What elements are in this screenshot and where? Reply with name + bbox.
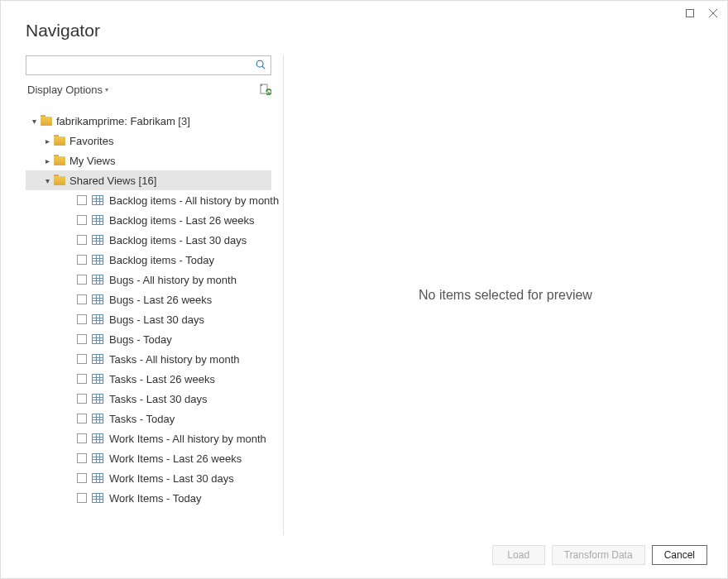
tree-leaf-item[interactable]: Work Items - Last 26 weeks <box>26 448 271 468</box>
table-icon <box>92 255 103 265</box>
tree-node-favorites[interactable]: ▸ Favorites <box>26 131 271 151</box>
table-icon <box>92 195 103 205</box>
preview-panel: No items selected for preview <box>284 55 727 535</box>
svg-rect-0 <box>687 10 694 17</box>
checkbox[interactable] <box>77 473 87 483</box>
table-icon <box>92 433 103 443</box>
table-icon <box>92 473 103 483</box>
folder-icon <box>54 156 65 165</box>
dialog-title: Navigator <box>1 1 727 55</box>
checkbox[interactable] <box>77 215 87 225</box>
folder-icon <box>54 136 65 146</box>
table-icon <box>92 235 103 245</box>
tree-leaf-label: Bugs - All history by month <box>109 274 237 286</box>
checkbox[interactable] <box>77 433 87 443</box>
table-icon <box>92 493 103 503</box>
tree-leaf-label: Backlog items - Today <box>109 254 214 266</box>
table-icon <box>92 215 103 225</box>
expander-icon[interactable]: ▾ <box>29 117 39 126</box>
folder-icon <box>41 117 52 126</box>
tree-leaf-item[interactable]: Work Items - Today <box>26 488 271 508</box>
checkbox[interactable] <box>77 414 87 423</box>
checkbox[interactable] <box>77 453 87 463</box>
search-input[interactable] <box>26 55 271 75</box>
tree-leaf-label: Bugs - Last 26 weeks <box>109 294 212 306</box>
tree-leaf-item[interactable]: Backlog items - Last 26 weeks <box>26 210 271 230</box>
tree-leaf-item[interactable]: Work Items - Last 30 days <box>26 468 271 488</box>
table-icon <box>92 374 103 384</box>
table-icon <box>92 314 103 324</box>
maximize-icon[interactable] <box>684 7 696 19</box>
tree-leaf-label: Backlog items - Last 26 weeks <box>109 214 255 227</box>
tree-leaf-label: Tasks - Last 30 days <box>109 393 208 405</box>
checkbox[interactable] <box>77 255 87 265</box>
checkbox[interactable] <box>77 354 87 364</box>
table-icon <box>92 394 103 404</box>
table-icon <box>92 294 103 304</box>
tree-leaf-item[interactable]: Tasks - Today <box>26 409 271 428</box>
tree-leaf-item[interactable]: Backlog items - All history by month <box>26 190 271 210</box>
tree-leaf-item[interactable]: Backlog items - Today <box>26 250 271 270</box>
tree-leaf-label: Tasks - Last 26 weeks <box>109 373 215 385</box>
tree-leaf-label: Work Items - Last 26 weeks <box>109 452 242 465</box>
checkbox[interactable] <box>77 493 87 503</box>
tree-leaf-label: Backlog items - Last 30 days <box>109 234 247 246</box>
tree-leaf-item[interactable]: Bugs - Last 30 days <box>26 309 271 329</box>
tree-leaf-item[interactable]: Bugs - Today <box>26 329 271 349</box>
close-icon[interactable] <box>707 7 719 19</box>
checkbox[interactable] <box>77 314 87 324</box>
checkbox[interactable] <box>77 334 87 344</box>
table-icon <box>92 414 103 423</box>
tree-leaf-label: Work Items - All history by month <box>109 433 266 445</box>
tree-leaf-label: Bugs - Today <box>109 333 172 346</box>
tree-node-label: My Views <box>69 155 115 167</box>
tree-leaf-item[interactable]: Bugs - All history by month <box>26 270 271 290</box>
tree-leaf-item[interactable]: Tasks - Last 26 weeks <box>26 369 271 389</box>
transform-data-button[interactable]: Transform Data <box>552 545 645 565</box>
tree-node-label: fabrikamprime: Fabrikam [3] <box>56 115 190 127</box>
navigation-tree: ▾ fabrikamprime: Fabrikam [3] ▸ Favorite… <box>26 111 271 508</box>
tree-node-label: Favorites <box>69 135 113 147</box>
tree-node-myviews[interactable]: ▸ My Views <box>26 151 271 170</box>
tree-leaf-item[interactable]: Bugs - Last 26 weeks <box>26 290 271 309</box>
tree-leaf-item[interactable]: Work Items - All history by month <box>26 428 271 448</box>
table-icon <box>92 453 103 463</box>
tree-leaf-label: Work Items - Last 30 days <box>109 472 234 485</box>
expander-icon[interactable]: ▸ <box>42 156 52 165</box>
expander-icon[interactable]: ▾ <box>42 176 52 185</box>
preview-empty-text: No items selected for preview <box>419 288 592 303</box>
tree-leaf-label: Backlog items - All history by month <box>109 194 279 207</box>
tree-node-sharedviews[interactable]: ▾ Shared Views [16] <box>26 170 271 190</box>
cancel-button[interactable]: Cancel <box>652 545 707 565</box>
checkbox[interactable] <box>77 294 87 304</box>
tree-leaf-item[interactable]: Tasks - Last 30 days <box>26 389 271 409</box>
tree-leaf-label: Bugs - Last 30 days <box>109 313 204 326</box>
expander-icon[interactable]: ▸ <box>42 136 52 146</box>
checkbox[interactable] <box>77 394 87 404</box>
svg-point-3 <box>256 60 263 67</box>
tree-leaf-label: Tasks - All history by month <box>109 353 240 366</box>
checkbox[interactable] <box>77 275 87 285</box>
load-button[interactable]: Load <box>492 545 545 565</box>
folder-icon <box>54 176 65 185</box>
search-icon[interactable] <box>255 59 266 70</box>
table-icon <box>92 354 103 364</box>
svg-line-4 <box>262 66 265 69</box>
tree-node-label: Shared Views [16] <box>69 175 156 187</box>
tree-leaf-item[interactable]: Tasks - All history by month <box>26 349 271 369</box>
tree-leaf-label: Work Items - Today <box>109 492 202 505</box>
checkbox[interactable] <box>77 195 87 205</box>
tree-root-node[interactable]: ▾ fabrikamprime: Fabrikam [3] <box>26 111 271 131</box>
tree-leaf-label: Tasks - Today <box>109 413 175 425</box>
refresh-icon[interactable] <box>258 84 271 97</box>
display-options-label: Display Options <box>27 84 103 96</box>
navigator-panel: Display Options ▾ ▾ fabrikamprime: Fabri… <box>1 55 284 535</box>
table-icon <box>92 334 103 344</box>
checkbox[interactable] <box>77 374 87 384</box>
tree-leaf-item[interactable]: Backlog items - Last 30 days <box>26 230 271 250</box>
display-options-dropdown[interactable]: Display Options ▾ <box>26 82 110 98</box>
chevron-down-icon: ▾ <box>105 86 108 93</box>
checkbox[interactable] <box>77 235 87 245</box>
table-icon <box>92 275 103 285</box>
